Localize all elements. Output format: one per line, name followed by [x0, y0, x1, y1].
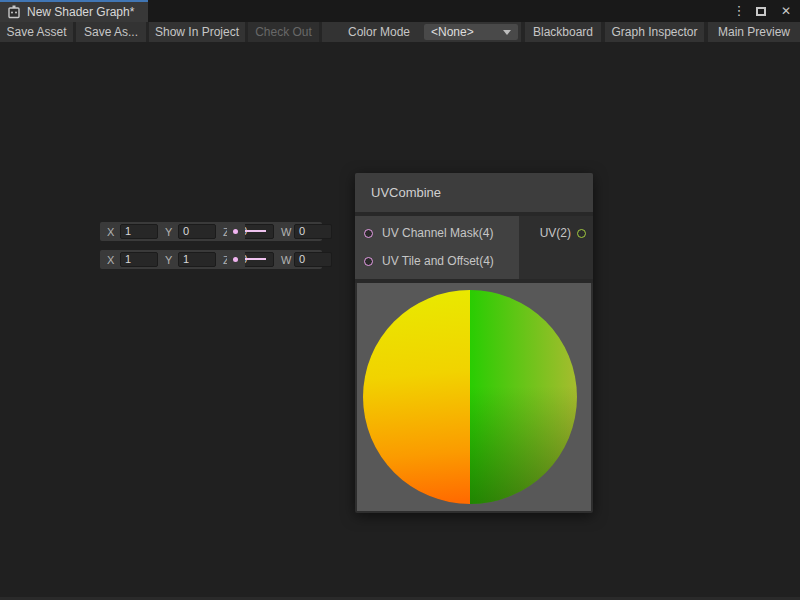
vector-y-field[interactable]: 0	[178, 224, 216, 239]
color-mode-dropdown[interactable]: <None>	[424, 24, 518, 40]
output-port-uv[interactable]	[577, 229, 586, 238]
input-port-row: UV Channel Mask(4)	[355, 219, 519, 247]
vector4-node-tile-offset[interactable]: X1 Y1 Z0 W0	[100, 250, 322, 269]
show-in-project-button[interactable]: Show In Project	[149, 22, 245, 42]
color-mode-section: Color Mode <None>	[322, 22, 521, 42]
close-icon[interactable]: ✕	[774, 0, 798, 22]
input-port-label: UV Channel Mask(4)	[382, 226, 493, 240]
field-label: X	[107, 254, 116, 266]
vector-w-field[interactable]: 0	[294, 252, 332, 267]
tab-title: New Shader Graph*	[27, 5, 134, 19]
vector-x-field[interactable]: 1	[120, 252, 158, 267]
port-dot-icon	[233, 257, 238, 262]
edge-wire[interactable]	[245, 258, 266, 260]
node-header[interactable]: UVCombine	[355, 173, 593, 212]
toolbar: Save Asset Save As... Show In Project Ch…	[0, 22, 800, 42]
field-label: Y	[165, 254, 174, 266]
output-port-row: UV(2)	[519, 219, 593, 247]
check-out-button: Check Out	[248, 22, 319, 42]
vector4-node-channel-mask[interactable]: X1 Y0 Z0 W0	[100, 222, 322, 241]
node-title: UVCombine	[371, 185, 441, 200]
node-body: UV Channel Mask(4) UV Tile and Offset(4)…	[355, 216, 593, 279]
edge-wire[interactable]	[245, 230, 266, 232]
blackboard-toggle-button[interactable]: Blackboard	[525, 22, 601, 42]
input-port-uv-channel-mask[interactable]	[364, 229, 373, 238]
node-output-column: UV(2)	[519, 216, 593, 279]
vector-w-field[interactable]: 0	[294, 224, 332, 239]
color-mode-value: <None>	[431, 22, 503, 42]
tab-new-shader-graph[interactable]: New Shader Graph*	[0, 0, 148, 22]
save-asset-button[interactable]: Save Asset	[0, 22, 73, 42]
tab-bar: New Shader Graph* ⋮ ✕	[0, 0, 800, 22]
save-as-button[interactable]: Save As...	[76, 22, 146, 42]
input-port-uv-tile-offset[interactable]	[364, 257, 373, 266]
vector4-output-port[interactable]	[227, 250, 245, 269]
sphere-left-half	[363, 290, 470, 504]
main-preview-toggle-button[interactable]: Main Preview	[708, 22, 800, 42]
field-label: Y	[165, 226, 174, 238]
kebab-menu-icon[interactable]: ⋮	[730, 0, 748, 22]
maximize-icon[interactable]	[748, 0, 774, 22]
window-controls: ⋮ ✕	[730, 0, 800, 22]
vector-x-field[interactable]: 1	[120, 224, 158, 239]
graph-canvas[interactable]: X1 Y0 Z0 W0 X1 Y1 Z0 W0 UVCombine	[0, 42, 800, 600]
uvcombine-node[interactable]: UVCombine UV Channel Mask(4) UV Tile and…	[355, 173, 593, 513]
input-port-row: UV Tile and Offset(4)	[355, 247, 519, 275]
port-dot-icon	[233, 229, 238, 234]
vector4-output-port[interactable]	[227, 222, 245, 241]
vector-y-field[interactable]: 1	[178, 252, 216, 267]
graph-inspector-toggle-button[interactable]: Graph Inspector	[605, 22, 704, 42]
color-mode-label: Color Mode	[348, 22, 410, 42]
output-port-label: UV(2)	[540, 226, 571, 240]
node-preview	[357, 283, 591, 511]
field-label: X	[107, 226, 116, 238]
chevron-down-icon	[503, 30, 511, 35]
shader-graph-asset-icon	[7, 5, 21, 19]
sphere-right-half	[470, 290, 577, 504]
shader-graph-window: New Shader Graph* ⋮ ✕ Save Asset Save As…	[0, 0, 800, 600]
input-port-label: UV Tile and Offset(4)	[382, 254, 494, 268]
node-input-column: UV Channel Mask(4) UV Tile and Offset(4)	[355, 216, 519, 279]
preview-sphere	[363, 290, 577, 504]
field-label: W	[281, 226, 290, 238]
field-label: W	[281, 254, 290, 266]
